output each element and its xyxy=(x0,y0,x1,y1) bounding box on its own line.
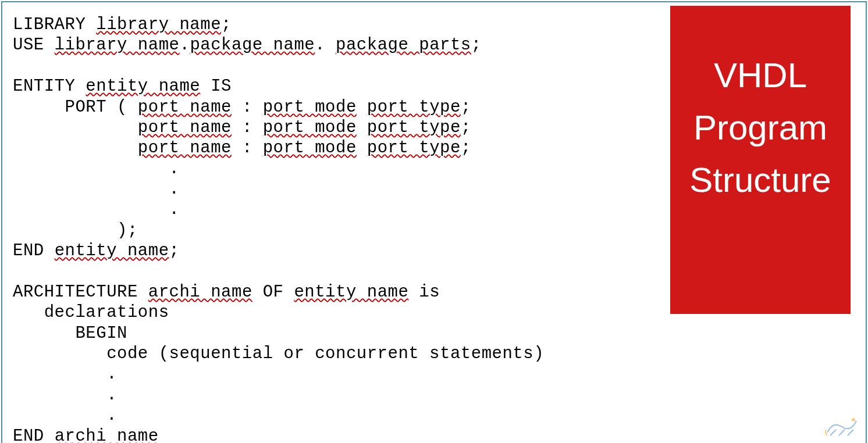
code-block: LIBRARY library name; USE library name.p… xyxy=(13,15,544,443)
code-line-16: BEGIN xyxy=(13,324,127,343)
svg-point-0 xyxy=(852,418,855,421)
code-line-14: ARCHITECTURE archi name OF entity name i… xyxy=(13,283,440,302)
code-line-8: . xyxy=(13,159,179,178)
slide-title: VHDL Program Structure xyxy=(689,49,831,206)
code-line-6: port name : port mode port type; xyxy=(13,118,471,137)
code-line-4: ENTITY entity name IS xyxy=(13,77,232,96)
code-line-9: . xyxy=(13,180,179,199)
code-line-21: END archi name xyxy=(13,427,159,444)
code-line-7: port name : port mode port type; xyxy=(13,138,471,158)
code-line-1: LIBRARY library name; xyxy=(13,15,232,34)
code-line-20: . xyxy=(13,406,117,425)
code-line-2: USE library name.package name. package p… xyxy=(13,35,482,55)
logo-icon xyxy=(821,415,862,438)
code-line-17: code (sequential or concurrent statement… xyxy=(13,344,544,363)
code-line-19: . xyxy=(13,385,117,405)
code-line-5: PORT ( port name : port mode port type; xyxy=(13,98,471,117)
code-line-12: END entity name; xyxy=(13,241,179,260)
title-box: VHDL Program Structure xyxy=(670,6,851,314)
code-line-10: . xyxy=(13,200,179,219)
code-line-15: declarations xyxy=(13,303,169,322)
code-line-11: ); xyxy=(13,221,138,240)
code-line-18: . xyxy=(13,365,117,384)
